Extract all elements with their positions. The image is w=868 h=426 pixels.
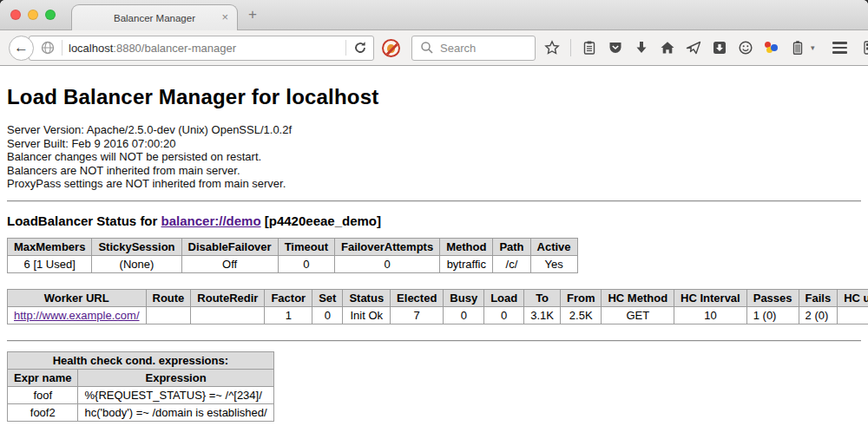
balancer-settings-table: MaxMembers StickySession DisableFailover…: [7, 238, 578, 273]
close-window-button[interactable]: [10, 10, 21, 20]
page-content: Load Balancer Manager for localhost Serv…: [0, 66, 868, 426]
cell-from: 2.5K: [560, 306, 602, 324]
page-title: Load Balancer Manager for localhost: [7, 85, 861, 109]
url-separator: [62, 40, 62, 56]
cell-method: bytraffic: [440, 255, 493, 272]
cell-timeout: 0: [278, 255, 334, 272]
cell-factor: 1: [265, 306, 312, 324]
chat-smiley-icon[interactable]: [738, 40, 753, 56]
cell-status: Init Ok: [343, 306, 391, 324]
table-row: 6 [1 Used] (None) Off 0 0 bytraffic /c/ …: [8, 255, 578, 272]
cell-worker-url: http://www.example.com/: [8, 306, 147, 324]
cell-expr-name-foof: foof: [8, 386, 78, 403]
browser-window: Balancer Manager × + ← localhost:8880/ba…: [0, 0, 868, 426]
col-stickysession: StickySession: [92, 238, 181, 255]
col-factor: Factor: [265, 289, 312, 306]
toolbar-divider: [570, 39, 571, 56]
pocket-icon[interactable]: [608, 40, 623, 56]
cell-path: /c/: [493, 255, 530, 272]
col-passes: Passes: [746, 289, 799, 306]
col-fails: Fails: [799, 289, 838, 306]
cell-fails: 2 (0): [799, 306, 838, 324]
title-bar: Balancer Manager × +: [0, 0, 868, 30]
tab-title: Balancer Manager: [114, 13, 195, 23]
new-tab-button[interactable]: +: [248, 6, 257, 23]
url-text[interactable]: localhost:8880/balancer-manager: [69, 42, 236, 55]
cell-busy: 0: [444, 306, 484, 324]
col-hc-uri: HC uri: [838, 289, 868, 306]
tab-balancer-manager[interactable]: Balancer Manager ×: [71, 4, 238, 30]
col-set: Set: [312, 289, 343, 306]
server-built-line: Server Built: Feb 9 2016 07:00:20: [7, 137, 861, 151]
home-icon[interactable]: [660, 40, 675, 56]
col-failoverattempts: FailoverAttempts: [334, 238, 439, 255]
clipboard-icon[interactable]: [582, 40, 597, 56]
cell-expression-foof: %{REQUEST_STATUS} =~ /^[234]/: [78, 386, 273, 403]
table-header-row: MaxMembers StickySession DisableFailover…: [8, 238, 578, 255]
health-check-table: Health check cond. expressions: Expr nam…: [7, 351, 274, 422]
back-button[interactable]: ←: [9, 36, 34, 61]
cell-hc-interval: 10: [674, 306, 747, 324]
worker-url-link[interactable]: http://www.example.com/: [14, 309, 140, 322]
toolbar-icons: ▾: [544, 39, 868, 56]
cell-to: 3.1K: [524, 306, 561, 324]
balancer-inherit-note: Balancers are NOT inherited from main se…: [7, 164, 861, 178]
col-path: Path: [493, 238, 530, 255]
plugin-blocked-icon[interactable]: [382, 39, 400, 57]
reload-separator: [345, 40, 346, 56]
table-header-row: Worker URL Route RouteRedir Factor Set S…: [8, 289, 868, 306]
zoom-window-button[interactable]: [45, 10, 56, 20]
col-active: Active: [530, 238, 577, 255]
col-hc-method: HC Method: [602, 289, 674, 306]
cell-routeredir: [191, 306, 265, 324]
colored-dots-extension-icon[interactable]: [764, 40, 779, 56]
table-row: foof %{REQUEST_STATUS} =~ /^[234]/: [8, 386, 274, 403]
col-status: Status: [343, 289, 391, 306]
proxypass-inherit-note: ProxyPass settings are NOT inherited fro…: [7, 177, 861, 191]
cell-maxmembers: 6 [1 Used]: [8, 255, 92, 272]
col-to: To: [524, 289, 561, 306]
health-table-title: Health check cond. expressions:: [8, 351, 274, 369]
search-icon: [419, 40, 435, 56]
section-divider: [7, 200, 861, 202]
chevron-down-icon[interactable]: ▾: [811, 43, 815, 52]
video-download-icon[interactable]: [712, 40, 727, 56]
col-hc-interval: HC Interval: [674, 289, 747, 306]
cell-disablefailover: Off: [181, 255, 278, 272]
cell-set: 0: [312, 306, 343, 324]
battery-extension-icon[interactable]: [790, 40, 806, 56]
table-title-row: Health check cond. expressions:: [8, 351, 274, 369]
downloads-icon[interactable]: [634, 40, 649, 56]
section-divider: [7, 340, 861, 342]
reload-icon[interactable]: [352, 40, 368, 56]
minimize-window-button[interactable]: [28, 10, 38, 20]
cell-passes: 1 (0): [746, 306, 799, 324]
col-busy: Busy: [444, 289, 484, 306]
cell-elected: 7: [391, 306, 444, 324]
cell-failoverattempts: 0: [334, 255, 439, 272]
cell-hc-uri: [838, 306, 868, 324]
cell-active: Yes: [530, 255, 577, 272]
cell-stickysession: (None): [92, 255, 181, 272]
search-input[interactable]: [440, 42, 518, 55]
url-path: :8880/balancer-manager: [113, 42, 236, 55]
globe-icon: [40, 40, 56, 56]
status-heading-suffix: [p4420eeae_demo]: [261, 213, 381, 228]
notes-grid-icon[interactable]: [863, 40, 868, 56]
send-plane-icon[interactable]: [686, 40, 701, 56]
search-bar[interactable]: [411, 36, 536, 61]
col-from: From: [560, 289, 602, 306]
balancer-demo-link[interactable]: balancer://demo: [161, 213, 261, 228]
tab-close-icon[interactable]: ×: [221, 11, 228, 23]
status-heading-prefix: LoadBalancer Status for: [7, 213, 161, 228]
table-row: foof2 hc('body') =~ /domain is establish…: [8, 403, 274, 421]
bookmark-star-icon[interactable]: [544, 40, 560, 56]
col-timeout: Timeout: [278, 238, 334, 255]
server-info: Server Version: Apache/2.5.0-dev (Unix) …: [7, 123, 861, 191]
menu-hamburger-icon[interactable]: [832, 42, 847, 54]
url-bar[interactable]: localhost:8880/balancer-manager: [29, 36, 374, 61]
cell-expression-foof2: hc('body') =~ /domain is established/: [78, 403, 273, 421]
table-row: http://www.example.com/ 1 0 Init Ok 7 0 …: [8, 306, 868, 324]
worker-table: Worker URL Route RouteRedir Factor Set S…: [7, 289, 868, 324]
col-worker-url: Worker URL: [8, 289, 147, 306]
